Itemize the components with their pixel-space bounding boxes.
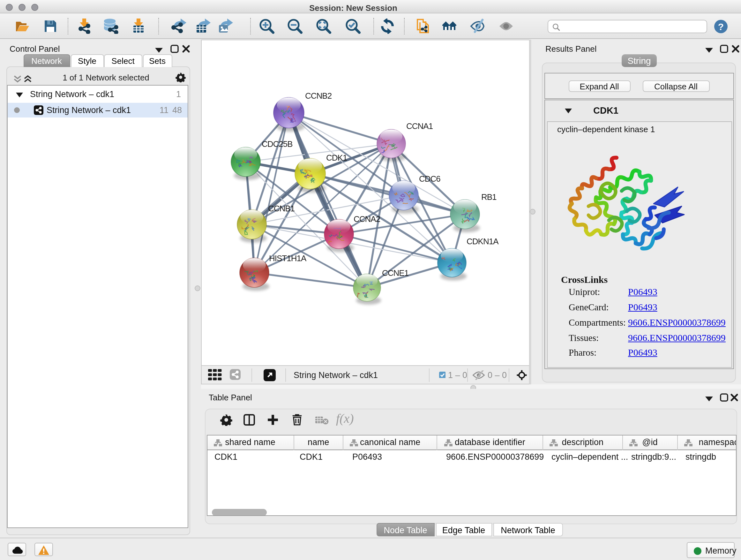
svg-text:CCNE1: CCNE1 xyxy=(382,268,408,278)
svg-text:CDK1: CDK1 xyxy=(326,153,347,163)
svg-text:CCNB1: CCNB1 xyxy=(268,204,294,213)
svg-text:CDC25B: CDC25B xyxy=(261,139,292,149)
svg-text:CCNA1: CCNA1 xyxy=(406,121,433,131)
svg-text:CCNB2: CCNB2 xyxy=(305,91,332,101)
svg-text:RB1: RB1 xyxy=(481,192,496,202)
svg-text:CCNA2: CCNA2 xyxy=(353,214,380,224)
svg-text:CDKN1A: CDKN1A xyxy=(466,237,498,246)
svg-text:CDC6: CDC6 xyxy=(419,174,440,184)
svg-text:HIST1H1A: HIST1H1A xyxy=(269,253,307,263)
